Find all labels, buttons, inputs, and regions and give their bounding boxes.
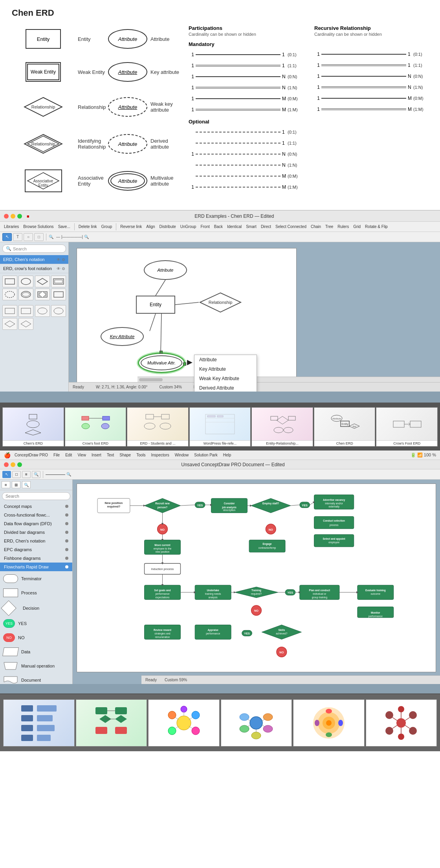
palette-item-13[interactable] <box>2 318 17 330</box>
fc-select-tool[interactable]: ↖ <box>2 471 11 478</box>
palette-item-10[interactable] <box>18 305 33 317</box>
tree-btn[interactable]: Tree <box>324 224 335 229</box>
close-button[interactable] <box>4 214 9 219</box>
bt-item-3[interactable] <box>148 699 220 747</box>
tool-btn-2[interactable]: T <box>13 233 22 241</box>
horizontal-scrollbar[interactable] <box>138 377 440 382</box>
yes-icon[interactable]: YES <box>3 619 15 628</box>
fc-zoom-control[interactable]: 🔍 <box>66 472 71 476</box>
thumb-crows-erd[interactable]: Crow's foot ERD <box>65 407 126 447</box>
select-tool-btn[interactable]: ↖ <box>2 233 12 241</box>
identical-btn[interactable]: Identical <box>226 224 243 229</box>
group-btn[interactable]: Group <box>99 224 114 229</box>
fc-tool-3[interactable]: ≡ <box>22 471 31 478</box>
reverse-link-btn[interactable]: Reverse link <box>119 224 143 229</box>
ctx-weak-key[interactable]: Weak Key Attribute <box>194 374 257 383</box>
expand-indicator[interactable]: ▶ <box>187 358 192 366</box>
bt-item-6[interactable] <box>366 699 437 747</box>
palette-item-11[interactable] <box>35 305 50 317</box>
sidebar-item-chen[interactable]: ERD, Chen's notation 👁 ⚙ <box>0 255 68 264</box>
ungroup-btn[interactable]: UnGroup <box>179 224 198 229</box>
selection-handle-right[interactable] <box>183 362 186 366</box>
align-btn[interactable]: Align <box>145 224 156 229</box>
sidebar-gear-icon[interactable]: ⚙ <box>62 257 65 262</box>
sidebar-eye-icon-2[interactable]: 👁 <box>57 267 60 271</box>
smart-btn[interactable]: Smart <box>244 224 258 229</box>
document-icon[interactable] <box>3 676 18 684</box>
lib-flowcharts-rapid[interactable]: Flowcharts Rapid Draw <box>0 563 72 571</box>
thumb-students-erd[interactable]: ERD - Students and ... <box>127 407 189 447</box>
browse-solutions-btn[interactable]: Browse Solutions <box>22 224 55 229</box>
canvas-multivalue-node[interactable]: Multivalue Attr. <box>138 353 185 373</box>
save-btn[interactable]: Save... <box>57 224 72 229</box>
sidebar-gear-icon-2[interactable]: ⚙ <box>62 267 65 271</box>
fl-sidebar-btn-2[interactable]: ⊞ <box>12 481 20 488</box>
fc-minimize-btn[interactable] <box>11 462 15 467</box>
palette-item-9[interactable] <box>2 305 17 317</box>
delete-link-btn[interactable]: Delete link <box>77 224 99 229</box>
canvas-entity-node[interactable]: Entity <box>136 296 175 314</box>
fc-tool-search[interactable]: 🔍 <box>32 471 40 478</box>
thumb-chen-erd-2[interactable]: Entity Attribute Rel Chen ERD <box>314 407 376 447</box>
chain-btn[interactable]: Chain <box>309 224 323 229</box>
minimize-button[interactable] <box>11 214 15 219</box>
front-btn[interactable]: Front <box>199 224 211 229</box>
sidebar-eye-icon[interactable]: 👁 <box>57 257 60 262</box>
canvas-key-attribute-node[interactable]: Key Attribute <box>101 327 144 346</box>
menu-file[interactable]: File <box>52 452 61 458</box>
rotate-flip-btn[interactable]: Rotate & Flip <box>363 224 389 229</box>
flow-search-input[interactable] <box>2 492 70 500</box>
lib-epc[interactable]: EPC diagrams <box>0 545 72 554</box>
sidebar-item-crows[interactable]: ERD, crow's foot notation 👁 ⚙ <box>0 264 68 273</box>
menu-tools[interactable]: Tools <box>135 452 147 458</box>
palette-item-14[interactable] <box>18 318 33 330</box>
fc-close-btn[interactable] <box>4 462 9 467</box>
fl-sidebar-btn-1[interactable]: ≡ <box>2 481 10 488</box>
scrollbar-thumb[interactable] <box>139 378 163 381</box>
lib-erd-chen[interactable]: ERD, Chen's notation <box>0 537 72 545</box>
manual-op-icon[interactable] <box>3 662 18 670</box>
fl-sidebar-btn-3[interactable]: 🔍 <box>22 481 31 488</box>
menu-view[interactable]: View <box>76 452 88 458</box>
tool-btn-3[interactable]: ○ <box>24 233 33 241</box>
direct-btn[interactable]: Direct <box>259 224 273 229</box>
palette-item-5[interactable] <box>2 289 17 300</box>
menu-insert[interactable]: Insert <box>90 452 103 458</box>
lib-cross-functional[interactable]: Cross-functional flowc... <box>0 511 72 519</box>
back-btn[interactable]: Back <box>213 224 224 229</box>
bt-item-2[interactable] <box>76 699 147 747</box>
lib-fishbone[interactable]: Fishbone diagrams <box>0 554 72 563</box>
menu-edit[interactable]: Edit <box>64 452 73 458</box>
fc-maximize-btn[interactable] <box>17 462 22 467</box>
distribute-btn[interactable]: Distribute <box>158 224 178 229</box>
ctx-derived[interactable]: Derived Attribute <box>194 383 257 392</box>
thumb-wordpress[interactable]: WordPress file-refe... <box>189 407 251 447</box>
lib-dfd[interactable]: Data flow diagram (DFD) <box>0 519 72 528</box>
zoom-slider[interactable]: |—————| <box>61 235 83 239</box>
palette-item-12[interactable] <box>51 305 66 317</box>
menu-conceptdraw[interactable]: ConceptDraw PRO <box>13 452 50 458</box>
decision-icon[interactable] <box>1 600 16 616</box>
palette-item-6[interactable] <box>18 289 33 300</box>
maximize-button[interactable] <box>17 214 22 219</box>
lib-divided-bar[interactable]: Divided bar diagrams <box>0 528 72 537</box>
thumb-crows-foot-2[interactable]: Crow's Foot ERD <box>376 407 438 447</box>
terminator-icon[interactable] <box>3 574 18 583</box>
canvas-attribute-node[interactable]: Attribute <box>144 260 187 280</box>
ctx-key-attribute[interactable]: Key Attribute <box>194 364 257 374</box>
grid-btn[interactable]: Grid <box>352 224 362 229</box>
bt-item-4[interactable] <box>221 699 292 747</box>
fc-tool-2[interactable]: □ <box>12 471 21 478</box>
canvas-relationship-node[interactable]: Relationship <box>199 292 242 313</box>
data-icon[interactable] <box>2 647 19 656</box>
bt-item-1[interactable] <box>3 699 75 747</box>
menu-help[interactable]: Help <box>222 452 233 458</box>
thumb-entity-rel[interactable]: Entity-Relationship... <box>251 407 313 447</box>
palette-item-2[interactable] <box>18 276 33 287</box>
erd-search-box[interactable]: 🔍 Search <box>2 245 66 253</box>
tool-btn-4[interactable]: □ <box>34 233 44 241</box>
menu-window[interactable]: Window <box>173 452 191 458</box>
palette-item-3[interactable] <box>35 276 50 287</box>
selection-handle-top[interactable] <box>160 351 163 354</box>
process-icon[interactable] <box>3 588 18 597</box>
